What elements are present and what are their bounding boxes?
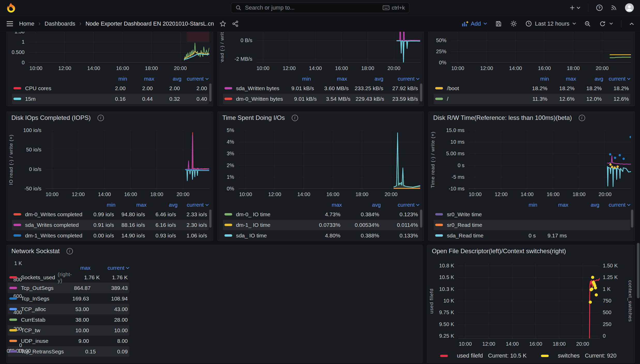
chart-fd-ctx[interactable]: 10.8 K10.5 K10.3 K10 K9.75 K9.50 K9.25 K… [427, 264, 635, 350]
panel-title[interactable]: Open File Descriptor(left)/Context switc… [432, 247, 566, 255]
legend-header-current[interactable]: current [381, 202, 419, 208]
legend-header-current[interactable]: current [178, 202, 209, 208]
legend-scrollbar[interactable] [420, 83, 422, 102]
menu-icon[interactable] [6, 21, 13, 27]
legend-header-max[interactable]: max [52, 265, 91, 271]
legend-row[interactable]: CurrEstab38.0028.00 [8, 314, 129, 325]
info-icon[interactable]: i [579, 115, 585, 121]
panel-title[interactable]: Disk IOps Completed (IOPS) [11, 114, 91, 121]
legend-header-avg[interactable]: avg [568, 202, 599, 208]
breadcrumb-dashboards[interactable]: Dashboards [44, 20, 75, 27]
legend-row[interactable]: sda_Read time0 s9.17 ms [434, 230, 630, 241]
legend-scrollbar[interactable] [631, 210, 633, 228]
info-icon[interactable]: i [292, 115, 298, 121]
legend-header-current[interactable]: current [383, 76, 419, 82]
legend-row[interactable]: sda_ IO time4.80%0.388%0.133% [223, 230, 420, 241]
legend-header-current[interactable]: current [182, 76, 209, 82]
legend-row[interactable]: Sockets_used(right-y)1.76 K1.76 K [8, 272, 129, 283]
legend-row[interactable]: TCP_tw10.0010.00 [8, 325, 129, 336]
legend-row[interactable]: /11.3%12.6%12.0%12.6% [434, 94, 630, 104]
legend-header-min[interactable]: min [275, 76, 311, 82]
legend-scrollbar[interactable] [420, 210, 422, 228]
legend-header-avg[interactable]: avg [147, 202, 178, 208]
share-icon[interactable] [232, 20, 239, 27]
chart-disk-iops[interactable]: 100 io/s50 io/s0 io/s-50 io/sIO read (-)… [7, 130, 213, 200]
plot-area[interactable] [29, 32, 209, 63]
legend-header-max[interactable]: max [537, 202, 568, 208]
legend-row[interactable]: dm-0_Writes completed0.99 io/s94.80 io/s… [12, 209, 209, 220]
save-icon[interactable] [495, 20, 502, 27]
breadcrumb-home[interactable]: Home [19, 20, 34, 27]
legend-scrollbar[interactable] [209, 83, 212, 102]
chart-disk-bytes[interactable]: 0 B/s-2 MB/sBytes read (-) / written (+)… [218, 32, 424, 74]
legend-item[interactable]: switchesCurrent: 920 [541, 352, 616, 359]
legend-header-min[interactable]: min [85, 202, 116, 208]
legend-item[interactable]: used filefdCurrent: 10.5 K [440, 352, 526, 359]
legend-row[interactable]: 15m0.160.440.320.40 [12, 94, 209, 104]
legend-header-max[interactable]: max [549, 76, 576, 82]
legend-row[interactable]: sda_Writes completed0.91 io/s88.16 io/s6… [12, 220, 209, 230]
legend-row[interactable]: dm-1_Writes completed0.00 io/s14.90 io/s… [12, 230, 209, 241]
legend-header-current[interactable]: current [91, 265, 129, 271]
zoom-out-icon[interactable] [584, 20, 591, 27]
panel-title[interactable]: Network Sockstat [11, 247, 60, 255]
legend-header-min[interactable]: min [100, 76, 127, 82]
time-range-picker[interactable]: Last 12 hours [525, 20, 576, 27]
chart-cpu-load[interactable]: 1.5010.500010:0012:0014:0016:0018:0020:0… [7, 32, 213, 74]
legend-header-current[interactable]: current [599, 202, 630, 208]
add-button[interactable]: Add [462, 20, 487, 27]
plot-area[interactable] [257, 32, 420, 63]
chart-fs-usage[interactable]: 50%25%0%10:0012:0014:0016:0018:0020:00 [428, 32, 635, 74]
avatar[interactable] [625, 3, 634, 12]
legend-header-max[interactable]: max [127, 76, 154, 82]
chart-io-time[interactable]: 5%4%3%2%1%0%10:0012:0014:0016:0018:0020:… [218, 130, 424, 200]
plot-area[interactable] [46, 130, 209, 189]
chart-rw-time[interactable]: 15.0 ms10 ms5.00 ms0 s-5 ms-10 msTime re… [428, 130, 635, 200]
legend-row[interactable]: dm-0_Written bytes9.01 kB/s3.54 MB/s229.… [223, 94, 420, 104]
panel-cpu-load: 1.5010.500010:0012:0014:0016:0018:0020:0… [6, 32, 213, 106]
plot-area[interactable] [458, 264, 600, 338]
legend-row[interactable]: sda_Written bytes9.01 kB/s3.60 MB/s233.2… [223, 83, 420, 94]
legend-row[interactable]: /boot18.2%18.2%18.2%18.2% [434, 83, 630, 94]
page-scrollbar[interactable] [637, 243, 639, 298]
legend-scrollbar[interactable] [209, 210, 212, 228]
legend-row[interactable]: sr0_Read time [434, 220, 630, 230]
legend-row[interactable]: Tcp_RetransSegs0.150.09 [8, 346, 129, 357]
legend-header-avg[interactable]: avg [576, 76, 603, 82]
legend-row[interactable]: sr0_Write time [434, 209, 630, 220]
legend-row[interactable]: dm-1_ IO time0.0733%0.00534%0.0114% [223, 220, 420, 230]
settings-icon[interactable] [510, 20, 517, 27]
grafana-logo[interactable] [6, 3, 16, 13]
legend-row[interactable]: Tcp_OutSegs864.87389.43 [8, 283, 129, 293]
legend-header-avg[interactable]: avg [342, 202, 381, 208]
plot-area[interactable] [238, 130, 420, 189]
legend-header-current[interactable]: current [603, 76, 630, 82]
help-button[interactable]: ? [596, 4, 603, 11]
info-icon[interactable]: i [97, 115, 104, 121]
plot-area[interactable] [450, 32, 631, 63]
panel-title[interactable]: Disk R/W Time(Reference: less than 100ms… [433, 114, 572, 121]
info-icon[interactable]: i [66, 248, 73, 254]
new-button[interactable] [569, 5, 580, 11]
collapse-icon[interactable] [630, 22, 634, 25]
refresh-button[interactable] [599, 20, 613, 27]
plot-area[interactable] [469, 130, 631, 189]
legend-row[interactable]: CPU cores2.002.002.002.00 [12, 83, 209, 94]
legend-header-avg[interactable]: avg [154, 76, 182, 82]
legend-header-min[interactable]: min [522, 76, 549, 82]
legend-row[interactable]: TCP_alloc53.0043.00 [8, 304, 129, 314]
panel-title[interactable]: Time Spent Doing I/Os [222, 114, 285, 121]
legend-row[interactable]: UDP_inuse9.008.00 [8, 336, 129, 346]
panel-io-time: Time Spent Doing I/Osi5%4%3%2%1%0%10:001… [217, 112, 424, 241]
legend-header-min[interactable]: min [506, 202, 537, 208]
legend-header-max[interactable]: max [116, 202, 147, 208]
legend-row[interactable]: dm-0_ IO time4.73%0.384%0.123% [223, 209, 420, 220]
legend-header-max[interactable]: max [303, 202, 342, 208]
legend-row[interactable]: Tcp_InSegs169.63108.94 [8, 293, 129, 304]
news-button[interactable] [611, 4, 617, 11]
legend-header-max[interactable]: max [311, 76, 347, 82]
search-box[interactable]: ctrl+k [231, 2, 409, 13]
search-input[interactable] [245, 4, 380, 11]
legend-header-avg[interactable]: avg [347, 76, 383, 82]
star-icon[interactable] [220, 20, 226, 27]
